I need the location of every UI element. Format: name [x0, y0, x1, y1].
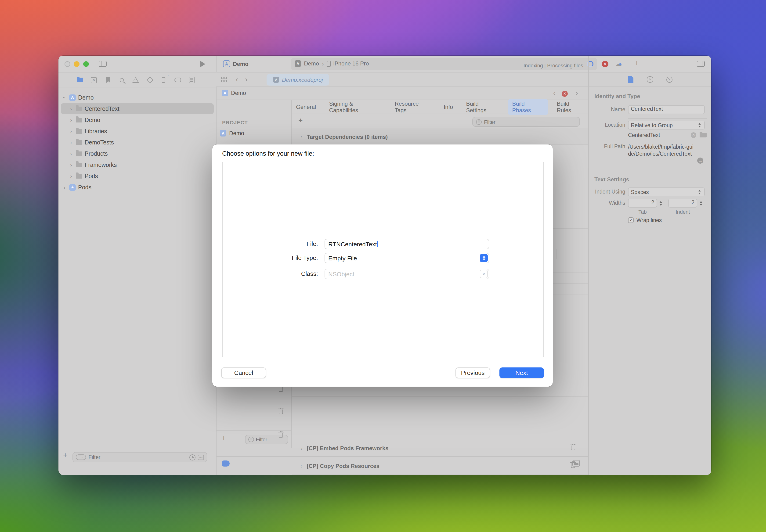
name-field[interactable]: CenteredText	[628, 105, 705, 114]
location-popup[interactable]: Relative to Group	[628, 121, 705, 129]
disclosure-icon[interactable]: ›	[62, 184, 67, 190]
choose-folder-icon[interactable]	[700, 133, 707, 137]
remove-target-minus-icon[interactable]: −	[233, 434, 237, 442]
trash-icon[interactable]	[279, 410, 283, 414]
tree-item-demo-project[interactable]: › A Demo	[58, 92, 216, 103]
tests-icon[interactable]	[146, 77, 153, 83]
disclosure-icon[interactable]: ›	[69, 106, 73, 111]
minimize-button[interactable]	[74, 61, 79, 67]
disclosure-icon[interactable]: ›	[69, 140, 73, 145]
add-editor-plus-icon[interactable]: +	[635, 59, 639, 67]
help-inspector-icon[interactable]: ?	[666, 76, 672, 83]
wrap-lines-row[interactable]: ✓ Wrap lines	[628, 217, 662, 223]
tree-item-centeredtext[interactable]: › CenteredText	[58, 103, 216, 114]
disclosure-icon[interactable]: ›	[299, 134, 304, 140]
disclosure-icon[interactable]: ›	[69, 162, 73, 168]
jumpbar-forward-icon[interactable]: ›	[576, 89, 578, 96]
disclosure-icon[interactable]: ›	[299, 445, 304, 451]
tree-item-demo-group[interactable]: › Demo	[58, 115, 216, 125]
previous-button[interactable]: Previous	[456, 367, 490, 378]
scheme-selector[interactable]: A Demo › iPhone 16 Pro	[294, 60, 369, 67]
back-chevron-icon[interactable]: ‹	[236, 76, 238, 83]
error-badge[interactable]: ✕	[602, 61, 608, 67]
open-path-arrow-icon[interactable]: →	[697, 158, 703, 164]
toggle-debug-area-icon[interactable]	[572, 460, 580, 467]
next-button[interactable]: Next	[500, 367, 544, 378]
editor-tab-active[interactable]: A Demo.xcodeproj	[266, 74, 329, 86]
disclosure-icon[interactable]: ›	[69, 173, 73, 179]
folder-icon	[76, 129, 82, 133]
add-target-plus-icon[interactable]: +	[222, 434, 226, 442]
tree-item-pods-project[interactable]: › A Pods	[58, 182, 216, 193]
navigator-filter-input[interactable]	[88, 454, 187, 460]
breakpoints-icon[interactable]	[174, 77, 181, 83]
tree-item-pods-group[interactable]: › Pods	[58, 171, 216, 181]
tree-item-demotests[interactable]: › DemoTests	[58, 137, 216, 148]
disclosure-icon[interactable]: ›	[62, 95, 67, 100]
wrap-lines-checkbox[interactable]: ✓	[628, 217, 634, 223]
jumpbar-item[interactable]: A Demo	[222, 90, 246, 96]
tab-signing[interactable]: Signing & Capabilities	[325, 99, 386, 115]
tab-info[interactable]: Info	[439, 102, 457, 111]
indent-width-stepper[interactable]	[698, 199, 703, 208]
phase-row-embed-pods[interactable]: › [CP] Embed Pods Frameworks	[292, 439, 588, 457]
clear-location-icon[interactable]: ✕	[691, 132, 696, 138]
tab-width-stepper[interactable]	[658, 199, 663, 208]
recents-clock-icon[interactable]	[189, 454, 195, 460]
add-phase-plus-icon[interactable]: +	[298, 116, 303, 125]
trash-icon[interactable]	[279, 387, 283, 392]
disclosure-icon[interactable]: ›	[69, 117, 73, 123]
zoom-button[interactable]	[83, 61, 89, 67]
file-name-field[interactable]: RTNCenteredText	[324, 239, 489, 249]
folder-icon	[76, 151, 82, 156]
class-label: Class:	[262, 270, 318, 277]
tree-item-label: Pods	[78, 184, 91, 191]
tree-item-products[interactable]: › Products	[58, 148, 216, 159]
phases-filter-input[interactable]	[484, 119, 576, 125]
filter-options-icon[interactable]: ☰⌄	[76, 454, 86, 460]
issues-icon[interactable]	[132, 77, 139, 83]
indent-using-popup[interactable]: Spaces	[628, 187, 705, 196]
toggle-navigator-icon[interactable]	[99, 61, 107, 67]
add-file-plus-icon[interactable]: +	[63, 451, 68, 460]
tree-item-frameworks[interactable]: › Frameworks	[58, 159, 216, 170]
file-type-popup[interactable]: Empty File	[324, 253, 489, 263]
search-icon[interactable]	[118, 77, 125, 83]
tree-item-libraries[interactable]: › Libraries	[58, 126, 216, 137]
tab-resource-tags[interactable]: Resource Tags	[391, 99, 435, 115]
run-destination[interactable]: iPhone 16 Pro	[333, 60, 369, 67]
code-review-icon[interactable]	[222, 460, 230, 467]
sourcecontrol-filter-icon[interactable]: +-	[198, 455, 204, 460]
navigator-filter-field[interactable]: ☰⌄ +-	[72, 452, 207, 462]
disclosure-icon[interactable]: ›	[69, 151, 73, 156]
run-button[interactable]	[200, 61, 205, 67]
trash-icon[interactable]	[571, 446, 575, 450]
debug-icon[interactable]	[160, 77, 167, 83]
disclosure-icon[interactable]: ›	[69, 128, 73, 134]
phases-filter-field[interactable]: ☰	[472, 117, 580, 127]
indent-width-field[interactable]: 2	[668, 199, 697, 208]
cancel-button[interactable]: Cancel	[221, 367, 266, 378]
tab-build-phases[interactable]: Build Phases	[508, 99, 548, 115]
reports-icon[interactable]	[188, 77, 195, 83]
project-list-item[interactable]: A Demo	[220, 130, 244, 137]
close-button[interactable]	[65, 61, 70, 67]
tab-width-field[interactable]: 2	[628, 199, 657, 208]
project-navigator-icon[interactable]	[76, 77, 83, 83]
jumpbar-issue-badge[interactable]: ✕	[562, 91, 568, 97]
tab-general[interactable]: General	[292, 102, 320, 111]
phase-row-dependencies[interactable]: › Target Dependencies (0 items)	[292, 129, 588, 145]
jumpbar-back-icon[interactable]: ‹	[553, 89, 556, 96]
file-inspector-icon[interactable]	[628, 76, 633, 83]
tab-build-rules[interactable]: Build Rules	[553, 99, 588, 115]
tab-build-settings[interactable]: Build Settings	[462, 99, 503, 115]
trash-icon[interactable]	[279, 433, 283, 438]
forward-chevron-icon[interactable]: ›	[245, 76, 248, 83]
toggle-inspector-icon[interactable]	[697, 61, 705, 67]
source-control-icon[interactable]: ✕	[90, 77, 97, 83]
bookmarks-icon[interactable]	[105, 77, 112, 83]
history-inspector-icon[interactable]	[647, 76, 653, 83]
class-combobox[interactable]: NSObject ∨	[324, 269, 489, 279]
editor-grid-icon[interactable]	[221, 77, 227, 82]
active-project-chip[interactable]: A Demo	[223, 60, 248, 67]
